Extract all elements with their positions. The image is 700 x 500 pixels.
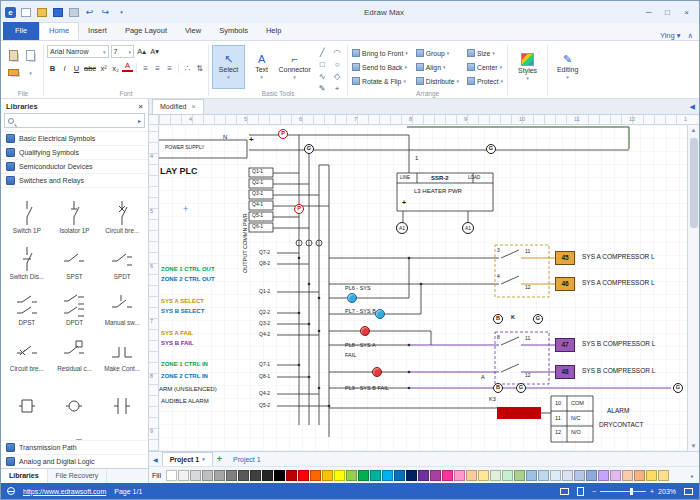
arc-tool-icon[interactable]: ◠	[330, 47, 344, 58]
library-symbol-switch-1p[interactable]: Switch 1P	[3, 189, 51, 235]
library-symbol-relay-coil-round[interactable]	[51, 373, 99, 419]
palette-color[interactable]	[502, 470, 513, 481]
palette-color[interactable]	[310, 470, 321, 481]
protect-button[interactable]: Protect▾	[466, 74, 504, 88]
select-tool-button[interactable]: ↖Select▾	[212, 45, 245, 89]
open-file-icon[interactable]	[35, 6, 48, 19]
palette-color[interactable]	[466, 470, 477, 481]
bullet-list-icon[interactable]: ∴	[182, 62, 193, 74]
tab-help[interactable]: Help	[257, 22, 290, 40]
palette-color[interactable]	[406, 470, 417, 481]
library-symbol-isolator-1p[interactable]: Isolator 1P	[51, 189, 99, 235]
font-style-button-3[interactable]: abc	[83, 62, 97, 74]
palette-color[interactable]	[574, 470, 585, 481]
text-tool-button[interactable]: AText▾	[245, 45, 278, 89]
library-symbol-switch-dis[interactable]: Switch Dis...	[3, 235, 51, 281]
palette-color[interactable]	[598, 470, 609, 481]
page-tab-active[interactable]: Project 1 ▾	[162, 452, 213, 467]
scrollbar-thumb[interactable]	[690, 138, 698, 228]
palette-color[interactable]	[166, 470, 177, 481]
group-button[interactable]: Group▾	[415, 46, 460, 60]
tab-page-layout[interactable]: Page Layout	[116, 22, 176, 40]
palette-color[interactable]	[322, 470, 333, 481]
library-symbol-dpdt[interactable]: DPDT	[51, 281, 99, 327]
redo-icon[interactable]: ↪	[99, 6, 112, 19]
palette-color[interactable]	[382, 470, 393, 481]
library-symbol-relay-coil[interactable]	[3, 373, 51, 419]
palette-scroll-icon[interactable]: ▸	[689, 472, 696, 479]
palette-color[interactable]	[526, 470, 537, 481]
tab-file[interactable]: File	[3, 22, 39, 40]
undo-icon[interactable]: ↩	[83, 6, 96, 19]
palette-color[interactable]	[490, 470, 501, 481]
website-link[interactable]: https://www.edrawsoft.com	[23, 488, 106, 495]
library-symbol-residual-c[interactable]: Residual c...	[51, 327, 99, 373]
styles-button[interactable]: Styles ▾	[511, 45, 544, 89]
palette-color[interactable]	[394, 470, 405, 481]
tab-file-recovery[interactable]: File Recovery	[48, 469, 108, 483]
font-style-button-4[interactable]: x²	[98, 62, 109, 74]
font-name-select[interactable]: Arial Narrow▾	[47, 45, 109, 58]
library-symbol-manual-sw[interactable]: Manual sw...	[98, 281, 146, 327]
document-tab-modified[interactable]: Modified ×	[152, 99, 204, 114]
palette-color[interactable]	[346, 470, 357, 481]
palette-color[interactable]	[418, 470, 429, 481]
new-document-icon[interactable]	[19, 6, 32, 19]
search-go-icon[interactable]: ▸	[138, 117, 141, 124]
palette-color[interactable]	[658, 470, 669, 481]
palette-color[interactable]	[226, 470, 237, 481]
collapse-panel-icon[interactable]: ◀	[686, 99, 699, 114]
minimize-button[interactable]: ─	[640, 5, 657, 20]
palette-color[interactable]	[178, 470, 189, 481]
palette-color[interactable]	[202, 470, 213, 481]
size-button[interactable]: Size▾	[466, 46, 504, 60]
zoom-in-icon[interactable]: +	[650, 488, 654, 495]
send-to-back-button[interactable]: Send to Back▾	[351, 60, 409, 74]
tab-insert[interactable]: Insert	[79, 22, 116, 40]
vertical-scrollbar[interactable]: ▲ ▼	[687, 125, 699, 451]
panel-close-icon[interactable]: ×	[138, 102, 143, 111]
library-symbol-rccb[interactable]	[51, 419, 99, 440]
palette-color[interactable]	[334, 470, 345, 481]
align-center-icon[interactable]: ≡	[152, 62, 163, 74]
palette-color[interactable]	[622, 470, 633, 481]
zoom-slider-thumb[interactable]	[630, 488, 633, 495]
library-symbol-spdt[interactable]: SPDT	[98, 235, 146, 281]
library-symbol-contactor[interactable]	[98, 373, 146, 419]
grow-font-button[interactable]: A▴	[136, 46, 147, 58]
polygon-tool-icon[interactable]: ◇	[330, 71, 344, 82]
palette-color[interactable]	[190, 470, 201, 481]
print-icon[interactable]	[67, 6, 80, 19]
library-symbol-brk-h[interactable]	[3, 419, 51, 440]
qat-customize-icon[interactable]: ▾	[115, 6, 128, 19]
font-size-select[interactable]: 7▾	[111, 45, 135, 58]
font-style-button-1[interactable]: I	[59, 62, 70, 74]
palette-color[interactable]	[262, 470, 273, 481]
center-button[interactable]: Center▾	[466, 60, 504, 74]
palette-color[interactable]	[646, 470, 657, 481]
font-style-button-6[interactable]: A	[122, 62, 133, 72]
palette-color[interactable]	[610, 470, 621, 481]
scroll-down-icon[interactable]: ▼	[691, 441, 697, 451]
palette-color[interactable]	[358, 470, 369, 481]
palette-color[interactable]	[442, 470, 453, 481]
paste-button[interactable]	[6, 48, 21, 63]
font-style-button-0[interactable]: B	[47, 62, 58, 74]
add-page-button[interactable]: +	[213, 454, 226, 464]
full-screen-icon[interactable]	[684, 488, 693, 495]
palette-color[interactable]	[430, 470, 441, 481]
copy-button[interactable]	[23, 48, 38, 63]
save-icon[interactable]	[51, 6, 64, 19]
symbol-search-box[interactable]: ▸	[4, 113, 145, 128]
collapse-ribbon-icon[interactable]: ∧	[688, 31, 694, 40]
ellipse-tool-icon[interactable]: ○	[330, 59, 344, 70]
rect-tool-icon[interactable]: □	[315, 59, 329, 70]
user-menu[interactable]: Ying ▾	[660, 31, 681, 40]
palette-color[interactable]	[562, 470, 573, 481]
tab-view[interactable]: View	[176, 22, 210, 40]
palette-color[interactable]	[238, 470, 249, 481]
page-tab-second[interactable]: Project 1	[226, 453, 268, 466]
close-button[interactable]: ×	[678, 5, 695, 20]
scroll-up-icon[interactable]: ▲	[691, 125, 697, 135]
shrink-font-button[interactable]: A▾	[149, 46, 160, 58]
